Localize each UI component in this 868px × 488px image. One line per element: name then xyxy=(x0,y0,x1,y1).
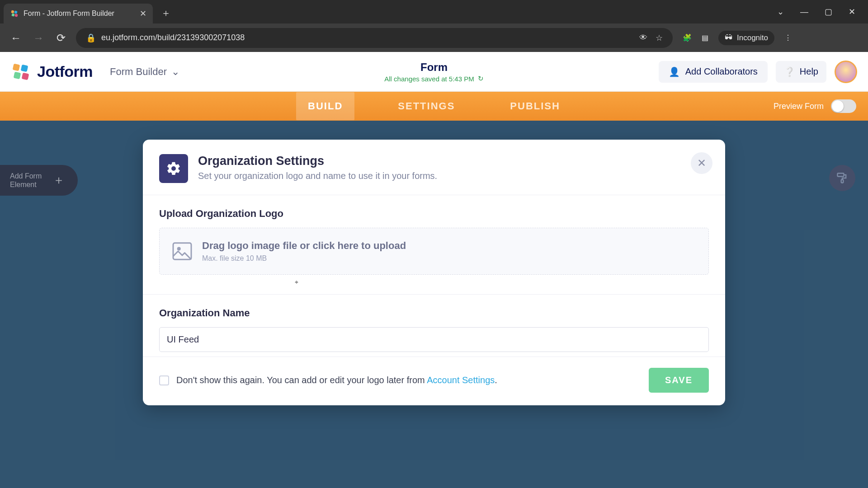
bookmark-icon[interactable]: ☆ xyxy=(656,33,663,43)
builder-tabs: BUILD SETTINGS PUBLISH Preview Form xyxy=(0,92,868,121)
organization-settings-modal: Organization Settings Set your organizat… xyxy=(143,140,725,405)
back-button[interactable]: ← xyxy=(8,32,24,44)
lock-icon: 🔒 xyxy=(86,33,96,43)
preview-label: Preview Form xyxy=(774,102,824,111)
gear-icon xyxy=(159,154,188,183)
divider xyxy=(143,294,725,295)
svg-rect-3 xyxy=(14,14,18,17)
toggle-switch[interactable] xyxy=(831,99,856,113)
tab-build[interactable]: BUILD xyxy=(296,92,354,120)
browser-menu-icon[interactable]: ⋮ xyxy=(784,33,792,42)
browser-tab[interactable]: Form - Jotform Form Builder ✕ xyxy=(4,4,153,23)
toggle-knob xyxy=(832,100,844,112)
save-button[interactable]: SAVE xyxy=(649,368,709,393)
add-collaborators-button[interactable]: 👤 Add Collaborators xyxy=(659,61,768,83)
svg-rect-7 xyxy=(22,72,29,80)
history-icon[interactable]: ↻ xyxy=(478,75,484,83)
dont-show-again-checkbox[interactable] xyxy=(159,375,169,385)
address-bar-actions: 👁 ☆ xyxy=(639,33,663,43)
person-add-icon: 👤 xyxy=(669,66,680,77)
modal-title: Organization Settings xyxy=(198,154,437,168)
svg-rect-4 xyxy=(13,63,20,71)
form-title[interactable]: Form xyxy=(420,61,448,74)
incognito-icon: 🕶 xyxy=(725,33,732,42)
save-status: All changes saved at 5:43 PM ↻ xyxy=(384,75,483,83)
tab-search-icon[interactable]: ⌄ xyxy=(777,7,784,17)
header-center: Form All changes saved at 5:43 PM ↻ xyxy=(384,52,483,92)
side-panel-icon[interactable]: ▤ xyxy=(702,33,708,42)
upload-hint: Max. file size 10 MB xyxy=(202,254,406,263)
url-text: eu.jotform.com/build/231393002071038 xyxy=(101,33,245,42)
organization-name-input[interactable] xyxy=(159,327,709,352)
builder-label: Form Builder xyxy=(110,66,167,78)
upload-text: Drag logo image file or click here to up… xyxy=(202,240,406,263)
browser-toolbar-right: 🧩 ▤ 🕶 Incognito ⋮ xyxy=(683,31,792,45)
preview-form-toggle[interactable]: Preview Form xyxy=(774,99,856,113)
svg-rect-2 xyxy=(11,13,14,16)
help-label: Help xyxy=(800,66,818,77)
svg-point-11 xyxy=(177,247,181,251)
modal-footer: Don't show this again. You can add or ed… xyxy=(143,357,725,405)
dont-show-prefix: Don't show this again. You can add or ed… xyxy=(176,375,427,385)
save-status-text: All changes saved at 5:43 PM xyxy=(384,75,474,83)
image-icon xyxy=(172,242,192,260)
address-bar[interactable]: 🔒 eu.jotform.com/build/231393002071038 👁… xyxy=(76,28,673,48)
modal-subtitle: Set your organization logo and name to u… xyxy=(198,171,437,181)
minimize-icon[interactable]: ― xyxy=(800,7,808,17)
app-viewport: Jotform Form Builder ⌄ Form All changes … xyxy=(0,52,868,488)
close-icon: ✕ xyxy=(697,157,706,169)
incognito-badge[interactable]: 🕶 Incognito xyxy=(718,31,774,45)
upload-prompt: Drag logo image file or click here to up… xyxy=(202,240,406,252)
cursor-indicator: ⌖ xyxy=(159,278,709,286)
new-tab-button[interactable]: ＋ xyxy=(156,3,175,23)
collab-label: Add Collaborators xyxy=(685,66,758,77)
close-tab-icon[interactable]: ✕ xyxy=(140,9,146,19)
modal-body: Upload Organization Logo Drag logo image… xyxy=(143,195,725,357)
upload-section-label: Upload Organization Logo xyxy=(159,208,709,220)
tab-title: Form - Jotform Form Builder xyxy=(24,9,135,18)
builder-dropdown[interactable]: Form Builder ⌄ xyxy=(110,66,179,78)
account-settings-link[interactable]: Account Settings xyxy=(427,375,495,385)
address-row: ← → ⟳ 🔒 eu.jotform.com/build/23139300207… xyxy=(0,23,868,52)
upload-logo-dropzone[interactable]: Drag logo image file or click here to up… xyxy=(159,228,709,275)
app-header: Jotform Form Builder ⌄ Form All changes … xyxy=(0,52,868,92)
user-avatar[interactable] xyxy=(835,61,857,83)
jotform-logo-icon xyxy=(11,62,31,82)
window-controls: ⌄ ― ▢ ✕ xyxy=(764,0,868,23)
browser-chrome: Form - Jotform Form Builder ✕ ＋ ⌄ ― ▢ ✕ … xyxy=(0,0,868,52)
logo-text: Jotform xyxy=(37,63,93,80)
header-right: 👤 Add Collaborators ❔ Help xyxy=(659,61,857,83)
reload-button[interactable]: ⟳ xyxy=(53,32,69,44)
tab-strip: Form - Jotform Form Builder ✕ ＋ ⌄ ― ▢ ✕ xyxy=(0,0,868,23)
svg-rect-0 xyxy=(11,10,14,13)
eye-off-icon[interactable]: 👁 xyxy=(639,33,647,42)
incognito-label: Incognito xyxy=(737,33,768,42)
help-icon: ❔ xyxy=(784,66,795,77)
modal-title-block: Organization Settings Set your organizat… xyxy=(198,154,437,181)
modal-header: Organization Settings Set your organizat… xyxy=(143,140,725,195)
logo[interactable]: Jotform xyxy=(11,62,93,82)
svg-rect-1 xyxy=(14,10,17,14)
jotform-favicon-icon xyxy=(10,9,19,18)
dont-show-suffix: . xyxy=(495,375,497,385)
org-name-label: Organization Name xyxy=(159,307,709,319)
chevron-down-icon: ⌄ xyxy=(171,66,179,78)
extensions-icon[interactable]: 🧩 xyxy=(683,33,692,42)
tab-settings[interactable]: SETTINGS xyxy=(386,92,467,120)
tab-publish[interactable]: PUBLISH xyxy=(498,92,572,120)
dont-show-text: Don't show this again. You can add or ed… xyxy=(176,375,497,385)
canvas: Add Form Element ＋ Organization Settings… xyxy=(0,121,868,488)
maximize-icon[interactable]: ▢ xyxy=(825,7,832,17)
close-window-icon[interactable]: ✕ xyxy=(849,7,855,17)
modal-close-button[interactable]: ✕ xyxy=(691,152,712,174)
svg-rect-6 xyxy=(14,71,21,79)
help-button[interactable]: ❔ Help xyxy=(776,61,826,83)
svg-rect-5 xyxy=(21,64,28,72)
forward-button[interactable]: → xyxy=(31,32,46,44)
